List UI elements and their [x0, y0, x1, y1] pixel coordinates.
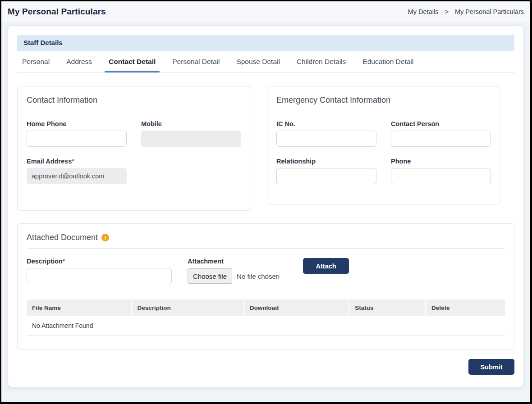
relationship-label: Relationship	[276, 158, 376, 165]
description-input[interactable]	[27, 268, 172, 284]
breadcrumb-current: My Personal Particulars	[455, 8, 524, 15]
description-label: Description*	[27, 258, 172, 265]
emergency-phone-input[interactable]	[391, 168, 491, 184]
email-label-text: Email Address	[27, 158, 72, 165]
attachment-label: Attachment	[188, 258, 280, 265]
tab-personal[interactable]: Personal	[22, 51, 50, 72]
contact-information-section: Contact Information Home Phone Mobile Em…	[17, 86, 251, 211]
page-header: My Personal Particulars My Details > My …	[1, 1, 530, 22]
tab-education-detail[interactable]: Education Detail	[362, 51, 413, 72]
table-empty-row: No Attachment Found	[27, 316, 505, 336]
tab-personal-detail[interactable]: Personal Detail	[172, 51, 220, 72]
emergency-phone-group: Phone	[391, 158, 491, 184]
email-label: Email Address*	[27, 158, 127, 165]
file-input[interactable]: Choose file No file chosen	[188, 268, 280, 284]
ic-no-label: IC No.	[276, 120, 376, 127]
ic-no-group: IC No.	[276, 120, 376, 147]
contact-person-input[interactable]	[391, 131, 491, 147]
tab-children-details[interactable]: Children Details	[297, 51, 346, 72]
email-required-mark: *	[72, 158, 74, 165]
page-title: My Personal Particulars	[8, 7, 106, 17]
col-delete: Delete	[426, 300, 505, 316]
breadcrumb-parent[interactable]: My Details	[408, 8, 439, 15]
col-download: Download	[244, 300, 349, 316]
contact-person-group: Contact Person	[391, 120, 491, 147]
emergency-contact-section: Emergency Contact Information IC No. Con…	[267, 86, 500, 204]
description-required-mark: *	[63, 258, 65, 265]
email-input	[27, 168, 127, 184]
home-phone-group: Home Phone	[27, 120, 127, 147]
emergency-phone-label: Phone	[391, 158, 491, 165]
home-phone-label: Home Phone	[27, 120, 127, 127]
breadcrumb-separator: >	[445, 8, 448, 15]
no-file-chosen-text: No file chosen	[237, 272, 280, 280]
email-group: Email Address*	[27, 158, 127, 184]
staff-details-header: Staff Details	[17, 35, 514, 51]
home-phone-input[interactable]	[27, 131, 127, 147]
attach-button[interactable]: Attach	[303, 258, 349, 274]
info-icon[interactable]: i	[101, 234, 109, 241]
ic-no-input[interactable]	[276, 131, 376, 147]
col-file-name: File Name	[27, 300, 132, 316]
tab-bar: Personal Address Contact Detail Personal…	[17, 51, 514, 73]
col-description: Description	[132, 300, 244, 316]
col-status: Status	[349, 300, 426, 316]
attached-document-title: Attached Document i	[27, 233, 505, 249]
relationship-input[interactable]	[276, 168, 376, 184]
description-label-text: Description	[27, 258, 63, 265]
attachment-table-header: File Name Description Download Status De…	[27, 300, 505, 316]
attached-document-title-text: Attached Document	[27, 233, 98, 242]
relationship-group: Relationship	[276, 158, 376, 184]
choose-file-button[interactable]: Choose file	[188, 268, 232, 284]
tab-contact-detail[interactable]: Contact Detail	[109, 51, 156, 72]
emergency-contact-title: Emergency Contact Information	[276, 95, 491, 111]
submit-button[interactable]: Submit	[468, 359, 514, 375]
tab-spouse-detail[interactable]: Spouse Detail	[236, 51, 280, 72]
contact-information-title: Contact Information	[27, 95, 242, 111]
tab-content: Contact Information Home Phone Mobile Em…	[17, 73, 514, 375]
mobile-label: Mobile	[141, 120, 241, 127]
breadcrumb: My Details > My Personal Particulars	[408, 8, 524, 15]
tab-address[interactable]: Address	[66, 51, 92, 72]
description-group: Description*	[27, 258, 172, 284]
attachment-table: File Name Description Download Status De…	[27, 300, 505, 336]
staff-details-card: Staff Details Personal Address Contact D…	[8, 25, 524, 387]
attached-document-section: Attached Document i Description* Attachm…	[17, 223, 514, 350]
attachment-group: Attachment Choose file No file chosen	[188, 258, 280, 284]
mobile-group: Mobile	[141, 120, 241, 147]
contact-person-label: Contact Person	[391, 120, 491, 127]
mobile-input	[141, 131, 241, 147]
